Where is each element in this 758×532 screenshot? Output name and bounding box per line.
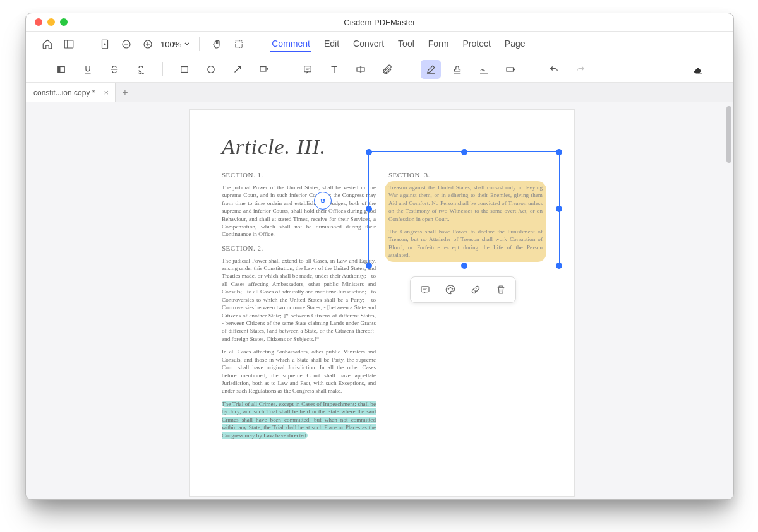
attachment-tool-icon[interactable] (377, 60, 397, 79)
chevron-down-icon (184, 41, 190, 47)
svg-line-16 (235, 67, 241, 73)
popup-delete-icon[interactable] (495, 284, 507, 295)
popup-note-icon[interactable] (419, 284, 431, 295)
section-1-body: The judicial Power of the United States,… (222, 184, 376, 239)
window-title: Cisdem PDFMaster (26, 18, 733, 27)
text-tool-icon[interactable] (324, 60, 344, 79)
zoom-level[interactable]: 100% (160, 40, 190, 49)
eraser-tool-icon[interactable] (688, 60, 708, 79)
home-icon[interactable] (39, 35, 56, 53)
svg-rect-11 (58, 67, 61, 73)
annotation-selection-box[interactable] (368, 151, 560, 266)
link-area-tool-icon[interactable] (500, 60, 520, 79)
rectangle-tool-icon[interactable] (174, 60, 195, 79)
squiggly-tool-icon[interactable] (131, 60, 151, 79)
section-2-head: SECTION. 2. (222, 244, 376, 253)
document-tab-bar: constit...ion copy * × + (26, 83, 733, 102)
tab-protect[interactable]: Protect (461, 36, 491, 52)
arrow-tool-icon[interactable] (227, 60, 248, 79)
close-tab-icon[interactable]: × (104, 88, 109, 97)
hand-tool-icon[interactable] (208, 35, 226, 53)
app-window: Cisdem PDFMaster 100% Comment Edit Conve… (25, 13, 734, 500)
circle-tool-icon[interactable] (201, 60, 221, 79)
left-column: SECTION. 1. The judicial Power of the Un… (222, 165, 376, 444)
document-tab[interactable]: constit...ion copy * × (26, 83, 116, 102)
section-2-p1: The judicial Power shall extend to all C… (222, 257, 376, 343)
resize-handle-nw[interactable] (366, 149, 372, 155)
highlight-tool-icon[interactable] (51, 60, 71, 79)
svg-rect-0 (64, 40, 73, 48)
tab-comment[interactable]: Comment (270, 36, 311, 52)
svg-rect-34 (421, 287, 429, 292)
resize-handle-e[interactable] (556, 206, 562, 212)
mode-tabs: Comment Edit Convert Tool Form Protect P… (270, 36, 526, 52)
tab-form[interactable]: Form (427, 36, 450, 52)
svg-point-39 (452, 288, 453, 290)
callout-tool-icon[interactable] (254, 60, 274, 79)
zoom-value: 100% (160, 40, 181, 49)
vertical-scrollbar[interactable] (726, 106, 731, 163)
resize-handle-n[interactable] (461, 149, 467, 155)
tab-edit[interactable]: Edit (323, 36, 340, 52)
svg-point-37 (448, 288, 449, 290)
tab-convert[interactable]: Convert (352, 36, 385, 52)
undo-icon[interactable] (544, 60, 564, 79)
svg-rect-18 (304, 66, 311, 72)
document-viewport[interactable]: Article. III. SECTION. 1. The judicial P… (26, 102, 733, 500)
redo-icon[interactable] (570, 60, 591, 79)
annotation-toolbar (26, 57, 733, 83)
resize-handle-se[interactable] (556, 263, 562, 269)
svg-point-32 (321, 199, 322, 200)
svg-rect-14 (181, 67, 188, 73)
strikethrough-tool-icon[interactable] (104, 60, 124, 79)
primary-toolbar: 100% Comment Edit Convert Tool Form Prot… (26, 32, 733, 57)
zoom-in-icon[interactable] (139, 35, 157, 53)
popup-color-icon[interactable] (445, 284, 456, 295)
svg-point-33 (323, 199, 324, 200)
textbox-tool-icon[interactable] (351, 60, 371, 79)
titlebar: Cisdem PDFMaster (26, 13, 733, 32)
annotation-context-toolbar (410, 276, 516, 303)
resize-handle-w[interactable] (366, 206, 372, 212)
svg-point-3 (104, 44, 105, 45)
svg-point-38 (450, 287, 451, 288)
signature-tool-icon[interactable] (474, 60, 494, 79)
pencil-tool-icon[interactable] (421, 60, 441, 79)
svg-rect-9 (236, 41, 243, 48)
tab-page[interactable]: Page (503, 36, 527, 52)
stamp-tool-icon[interactable] (447, 60, 467, 79)
popup-link-icon[interactable] (470, 284, 481, 295)
resize-handle-s[interactable] (461, 263, 467, 269)
svg-point-15 (208, 66, 215, 73)
underline-tool-icon[interactable] (78, 60, 98, 79)
new-tab-button[interactable]: + (116, 83, 135, 102)
sidebar-toggle-icon[interactable] (60, 35, 78, 53)
svg-rect-17 (260, 67, 266, 72)
section-2-p2: In all Cases affecting Ambassadors, othe… (222, 348, 376, 395)
resize-handle-ne[interactable] (556, 149, 562, 155)
section-1-head: SECTION. 1. (222, 170, 376, 180)
svg-rect-30 (507, 68, 514, 71)
fit-page-icon[interactable] (96, 35, 114, 53)
document-tab-label: constit...ion copy * (33, 88, 95, 97)
section-2-p3-highlighted: The Trial of all Crimes, except in Cases… (222, 400, 376, 439)
select-tool-icon[interactable] (230, 35, 248, 53)
zoom-out-icon[interactable] (117, 35, 135, 53)
tab-tool[interactable]: Tool (397, 36, 416, 52)
sticky-note-marker-icon[interactable] (314, 192, 332, 210)
resize-handle-sw[interactable] (366, 263, 372, 269)
note-tool-icon[interactable] (298, 60, 318, 79)
